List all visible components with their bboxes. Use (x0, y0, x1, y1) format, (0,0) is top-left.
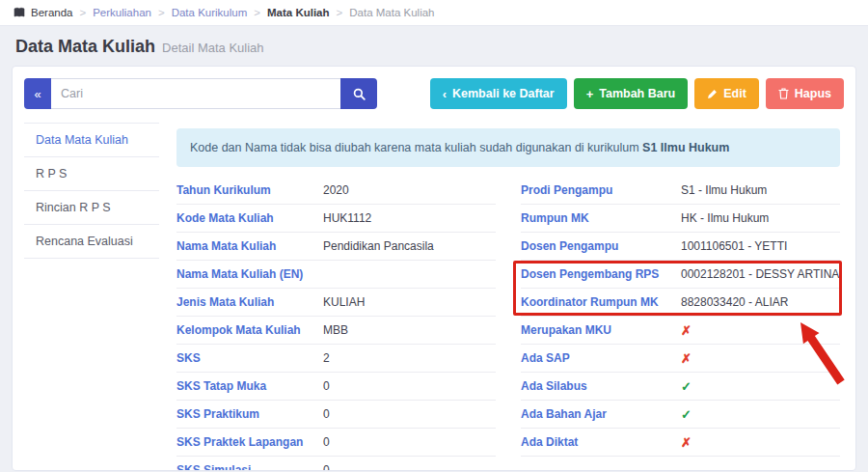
detail-value: HK - Ilmu Hukum (681, 211, 769, 225)
delete-button[interactable]: Hapus (766, 78, 844, 109)
breadcrumb-separator: > (79, 7, 86, 18)
detail-label: Kelompok Mata Kuliah (176, 323, 323, 337)
search-button[interactable] (340, 78, 377, 109)
detail-value: 0 (323, 463, 330, 471)
detail-row-ada-sap: Ada SAP ✗ (521, 345, 840, 373)
detail-sidebar: Data Mata Kuliah R P S Rincian R P S Ren… (24, 123, 159, 471)
trash-icon (778, 88, 789, 99)
chevron-left-icon: ‹ (443, 88, 447, 100)
detail-label: Nama Mata Kuliah (EN) (176, 267, 323, 281)
detail-value: S1 - Ilmu Hukum (681, 183, 767, 197)
breadcrumb-item-beranda[interactable]: Beranda (31, 7, 72, 18)
detail-row-ada-diktat: Ada Diktat ✗ (521, 429, 840, 457)
info-alert-text: Kode dan Nama tidak bisa diubah karena m… (190, 141, 639, 154)
detail-row-sks: SKS 2 (176, 345, 496, 373)
content-area: Data Mata Kuliah R P S Rincian R P S Ren… (13, 121, 855, 471)
detail-value: 0 (323, 435, 330, 449)
detail-value: 2020 (323, 183, 349, 197)
detail-row-koordinator-rumpun-mk: Koordinator Rumpun MK 8828033420 - ALIAR (521, 289, 840, 317)
back-button-label: Kembali ke Daftar (452, 87, 555, 100)
page-header: Data Mata KuliahDetail Mata Kuliah (0, 26, 868, 66)
detail-label: Nama Mata Kuliah (176, 239, 323, 253)
breadcrumb: Beranda > Perkuliahan > Data Kurikulum >… (0, 0, 868, 26)
detail-label: Jenis Mata Kuliah (176, 295, 323, 309)
breadcrumb-separator: > (254, 7, 260, 18)
back-to-list-button[interactable]: ‹ Kembali ke Daftar (430, 78, 567, 109)
detail-label: Tahun Kurikulum (176, 183, 323, 197)
collapse-sidebar-button[interactable]: « (24, 78, 51, 109)
detail-row-sks-praktikum: SKS Praktikum 0 (176, 401, 496, 429)
detail-label: Ada Diktat (521, 435, 681, 449)
detail-row-prodi-pengampu: Prodi Pengampu S1 - Ilmu Hukum (521, 177, 840, 205)
detail-row-kode-mata-kuliah: Kode Mata Kuliah HUK1112 (176, 205, 496, 233)
detail-label: Ada SAP (521, 351, 681, 365)
detail-row-ada-silabus: Ada Silabus ✓ (521, 373, 840, 401)
detail-value: 1001106501 - YETTI (681, 239, 787, 253)
add-new-button[interactable]: + Tambah Baru (574, 78, 689, 109)
sidebar-item-rencana-evaluasi[interactable]: Rencana Evaluasi (24, 225, 159, 259)
add-button-label: Tambah Baru (599, 87, 675, 100)
sidebar-item-data-mata-kuliah[interactable]: Data Mata Kuliah (24, 124, 159, 157)
detail-value: MBB (323, 323, 348, 337)
check-icon: ✓ (681, 407, 692, 422)
book-icon (14, 7, 25, 18)
detail-row-jenis-mata-kuliah: Jenis Mata Kuliah KULIAH (176, 289, 496, 317)
toolbar: « ‹ Kembali ke Daftar + Tambah Baru (13, 67, 855, 121)
detail-label: Ada Silabus (521, 379, 681, 393)
detail-row-dosen-pengampu: Dosen Pengampu 1001106501 - YETTI (521, 233, 840, 261)
info-alert-highlight: S1 Ilmu Hukum (642, 141, 729, 154)
detail-label: SKS Simulasi (176, 463, 323, 471)
detail-row-kelompok-mata-kuliah: Kelompok Mata Kuliah MBB (176, 317, 496, 345)
detail-label: Prodi Pengampu (521, 183, 681, 197)
detail-value: 0002128201 - DESSY ARTINA (681, 267, 839, 281)
detail-column-left: Tahun Kurikulum 2020 Kode Mata Kuliah HU… (176, 177, 496, 471)
detail-label: Kode Mata Kuliah (176, 211, 323, 225)
detail-column-right: Prodi Pengampu S1 - Ilmu Hukum Rumpun MK… (521, 177, 840, 471)
detail-row-rumpun-mk: Rumpun MK HK - Ilmu Hukum (521, 205, 840, 233)
page-subtitle: Detail Mata Kuliah (162, 41, 264, 55)
action-buttons: ‹ Kembali ke Daftar + Tambah Baru Edit H… (430, 78, 844, 109)
detail-label: Rumpun MK (521, 211, 681, 225)
detail-value: HUK1112 (323, 211, 371, 225)
detail-value: Pendidikan Pancasila (323, 239, 434, 253)
detail-grid: Tahun Kurikulum 2020 Kode Mata Kuliah HU… (176, 177, 840, 471)
cross-icon: ✗ (681, 351, 692, 366)
detail-row-tahun-kurikulum: Tahun Kurikulum 2020 (176, 177, 496, 205)
detail-label: Merupakan MKU (521, 323, 681, 337)
detail-row-ada-bahan-ajar: Ada Bahan Ajar ✓ (521, 401, 840, 429)
breadcrumb-separator: > (158, 7, 165, 18)
detail-value: 8828033420 - ALIAR (681, 295, 788, 309)
check-icon: ✓ (681, 379, 692, 394)
breadcrumb-item-perkuliahan[interactable]: Perkuliahan (93, 7, 151, 18)
detail-row-sks-tatap-muka: SKS Tatap Muka 0 (176, 373, 496, 401)
detail-row-merupakan-mku: Merupakan MKU ✗ (521, 317, 840, 345)
search-icon (353, 88, 366, 100)
detail-label: Ada Bahan Ajar (521, 407, 681, 421)
detail-label: SKS Praktikum (176, 407, 323, 421)
detail-label: Koordinator Rumpun MK (521, 295, 681, 309)
detail-label: SKS Praktek Lapangan (176, 435, 323, 449)
breadcrumb-item-current: Data Mata Kuliah (349, 7, 434, 18)
detail-row-dosen-pengembang-rps: Dosen Pengembang RPS 0002128201 - DESSY … (521, 261, 840, 289)
breadcrumb-separator: > (337, 7, 343, 18)
detail-value: 0 (323, 407, 330, 421)
search-input[interactable] (51, 78, 340, 109)
search-group: « (24, 78, 377, 109)
detail-label: SKS (176, 351, 323, 365)
edit-button[interactable]: Edit (694, 78, 759, 109)
course-detail-card: « ‹ Kembali ke Daftar + Tambah Baru (12, 66, 856, 471)
detail-row-sks-simulasi: SKS Simulasi 0 (176, 457, 496, 471)
sidebar-item-rps[interactable]: R P S (24, 157, 159, 191)
detail-row-sks-praktek-lapangan: SKS Praktek Lapangan 0 (176, 429, 496, 457)
detail-value: 0 (323, 379, 330, 393)
detail-value: KULIAH (323, 295, 365, 309)
plus-icon: + (586, 88, 594, 100)
detail-label: SKS Tatap Muka (176, 379, 323, 393)
breadcrumb-item-mata-kuliah[interactable]: Mata Kuliah (267, 7, 330, 18)
page-title: Data Mata Kuliah (15, 37, 155, 56)
breadcrumb-item-data-kurikulum[interactable]: Data Kurikulum (172, 7, 248, 18)
detail-row-nama-mata-kuliah: Nama Mata Kuliah Pendidikan Pancasila (176, 233, 496, 261)
delete-button-label: Hapus (795, 87, 831, 100)
sidebar-item-rincian-rps[interactable]: Rincian R P S (24, 191, 159, 225)
info-alert: Kode dan Nama tidak bisa diubah karena m… (176, 128, 840, 167)
